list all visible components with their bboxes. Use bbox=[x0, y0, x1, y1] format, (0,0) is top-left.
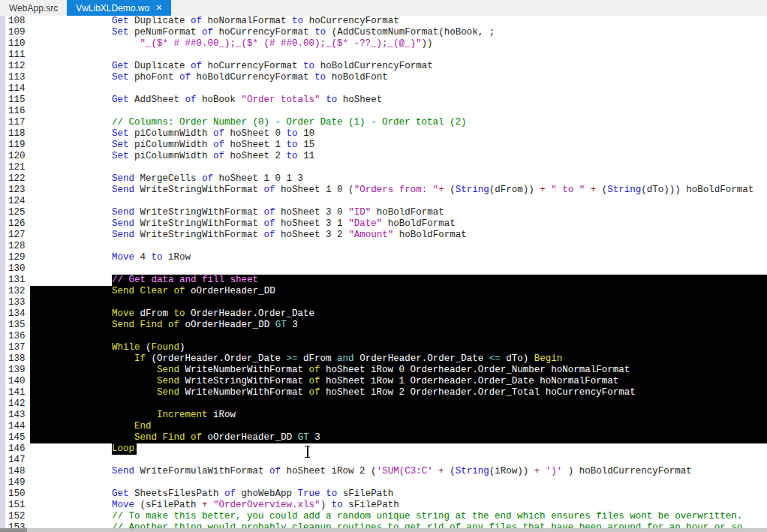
breakpoint-margin[interactable] bbox=[0, 95, 5, 106]
breakpoint-margin[interactable] bbox=[0, 185, 5, 196]
code-text[interactable]: Send WriteStringWithFormat of hoSheet 1 … bbox=[30, 185, 767, 196]
breakpoint-margin[interactable] bbox=[0, 218, 5, 230]
code-text[interactable] bbox=[30, 331, 767, 342]
code-line[interactable]: 120 Set piColumnWidth of hoSheet 2 to 11 bbox=[0, 151, 767, 162]
code-line[interactable]: 146 Loop bbox=[0, 443, 767, 455]
code-line[interactable]: 113 Set phoFont of hoBoldCurrencyFormat … bbox=[0, 72, 767, 83]
code-line[interactable]: 123 Send WriteStringWithFormat of hoShee… bbox=[0, 185, 767, 196]
code-line[interactable]: 126 Send WriteStringWithFormat of hoShee… bbox=[0, 218, 767, 230]
breakpoint-margin[interactable] bbox=[0, 488, 5, 500]
line-number-gutter[interactable]: 133 bbox=[0, 297, 30, 308]
line-number-gutter[interactable]: 139 bbox=[0, 365, 30, 376]
code-line[interactable]: 141 Send WriteNumberWithFormat of hoShee… bbox=[0, 387, 767, 398]
code-line[interactable]: 127 Send WriteStringWithFormat of hoShee… bbox=[0, 230, 767, 241]
line-number-gutter[interactable]: 134 bbox=[0, 308, 30, 320]
line-number-gutter[interactable]: 117 bbox=[0, 117, 30, 128]
breakpoint-margin[interactable] bbox=[0, 455, 5, 466]
line-number-gutter[interactable]: 111 bbox=[0, 50, 30, 61]
code-line[interactable]: 131 // Get data and fill sheet bbox=[0, 275, 767, 286]
line-number-gutter[interactable]: 126 bbox=[0, 218, 30, 230]
code-line[interactable]: 111 bbox=[0, 50, 767, 61]
code-line[interactable]: 122 Send MergeCells of hoSheet 1 0 1 3 bbox=[0, 173, 767, 185]
code-line[interactable]: 140 Send WriteStringWithFormat of hoShee… bbox=[0, 376, 767, 387]
breakpoint-margin[interactable] bbox=[0, 241, 5, 252]
line-number-gutter[interactable]: 112 bbox=[0, 61, 30, 72]
code-text[interactable]: Move 4 to iRow bbox=[30, 252, 767, 263]
code-line[interactable]: 136 bbox=[0, 331, 767, 342]
breakpoint-margin[interactable] bbox=[0, 128, 5, 140]
line-number-gutter[interactable]: 128 bbox=[0, 241, 30, 252]
code-text[interactable]: Send WriteNumberWithFormat of hoSheet iR… bbox=[30, 365, 767, 376]
code-text[interactable]: Get SheetsFilesPath of ghoWebApp True to… bbox=[30, 488, 767, 500]
breakpoint-margin[interactable] bbox=[0, 286, 5, 297]
code-text[interactable]: Get Duplicate of hoNormalFormat to hoCur… bbox=[30, 16, 767, 27]
code-line[interactable]: 148 Send WriteFormulaWithFormat of hoShe… bbox=[0, 466, 767, 477]
code-text[interactable]: Set piColumnWidth of hoSheet 1 to 15 bbox=[30, 140, 767, 151]
code-text[interactable] bbox=[30, 50, 767, 61]
code-line[interactable]: 129 Move 4 to iRow bbox=[0, 252, 767, 263]
tab-webapp-src[interactable]: WebApp.src bbox=[0, 0, 67, 16]
line-number-gutter[interactable]: 141 bbox=[0, 387, 30, 398]
line-number-gutter[interactable]: 123 bbox=[0, 185, 30, 196]
code-text[interactable]: End bbox=[30, 421, 767, 432]
line-number-gutter[interactable]: 151 bbox=[0, 500, 30, 511]
line-number-gutter[interactable]: 129 bbox=[0, 252, 30, 263]
breakpoint-margin[interactable] bbox=[0, 38, 5, 50]
code-line[interactable]: 143 Increment iRow bbox=[0, 410, 767, 421]
breakpoint-margin[interactable] bbox=[0, 230, 5, 241]
code-text[interactable]: Send WriteStringWithFormat of hoSheet 3 … bbox=[30, 230, 767, 241]
code-line[interactable]: 130 bbox=[0, 263, 767, 275]
breakpoint-margin[interactable] bbox=[0, 466, 5, 477]
code-text[interactable]: Send WriteStringWithFormat of hoSheet 3 … bbox=[30, 207, 767, 218]
code-line[interactable]: 112 Get Duplicate of hoCurrencyFormat to… bbox=[0, 61, 767, 72]
code-text[interactable]: Move dFrom to OrderHeader.Order_Date bbox=[30, 308, 767, 320]
breakpoint-margin[interactable] bbox=[0, 61, 5, 72]
code-text[interactable]: Set piColumnWidth of hoSheet 0 to 10 bbox=[30, 128, 767, 140]
code-line[interactable]: 114 bbox=[0, 83, 767, 95]
code-text[interactable] bbox=[30, 263, 767, 275]
line-number-gutter[interactable]: 125 bbox=[0, 207, 30, 218]
breakpoint-margin[interactable] bbox=[0, 432, 5, 443]
code-line[interactable]: 139 Send WriteNumberWithFormat of hoShee… bbox=[0, 365, 767, 376]
line-number-gutter[interactable]: 114 bbox=[0, 83, 30, 95]
breakpoint-margin[interactable] bbox=[0, 275, 5, 286]
breakpoint-margin[interactable] bbox=[0, 263, 5, 275]
breakpoint-margin[interactable] bbox=[0, 443, 5, 455]
code-text[interactable] bbox=[30, 477, 767, 488]
code-line[interactable]: 125 Send WriteStringWithFormat of hoShee… bbox=[0, 207, 767, 218]
code-text[interactable]: Set phoFont of hoBoldCurrencyFormat to h… bbox=[30, 72, 767, 83]
code-line[interactable]: 115 Get AddSheet of hoBook "Order totals… bbox=[0, 95, 767, 106]
breakpoint-margin[interactable] bbox=[0, 353, 5, 365]
code-text[interactable] bbox=[30, 297, 767, 308]
code-line[interactable]: 145 Send Find of oOrderHeader_DD GT 3 bbox=[0, 432, 767, 443]
code-text[interactable]: "_($* # ##0.00_);_($* (# ##0.00);_($* -?… bbox=[30, 38, 767, 50]
scrollbar-left-cap[interactable] bbox=[0, 528, 27, 532]
code-line[interactable]: 108 Get Duplicate of hoNormalFormat to h… bbox=[0, 16, 767, 27]
breakpoint-margin[interactable] bbox=[0, 410, 5, 421]
line-number-gutter[interactable]: 143 bbox=[0, 410, 30, 421]
breakpoint-margin[interactable] bbox=[0, 477, 5, 488]
breakpoint-margin[interactable] bbox=[0, 173, 5, 185]
code-line[interactable]: 152 // To make this better, you could ad… bbox=[0, 511, 767, 522]
code-text[interactable] bbox=[30, 241, 767, 252]
code-line[interactable]: 110 "_($* # ##0.00_);_($* (# ##0.00);_($… bbox=[0, 38, 767, 50]
line-number-gutter[interactable]: 110 bbox=[0, 38, 30, 50]
code-text[interactable]: // To make this better, you could add a … bbox=[30, 511, 767, 522]
line-number-gutter[interactable]: 148 bbox=[0, 466, 30, 477]
line-number-gutter[interactable]: 122 bbox=[0, 173, 30, 185]
code-line[interactable]: 142 bbox=[0, 398, 767, 410]
line-number-gutter[interactable]: 138 bbox=[0, 353, 30, 365]
breakpoint-margin[interactable] bbox=[0, 16, 5, 27]
code-line[interactable]: 119 Set piColumnWidth of hoSheet 1 to 15 bbox=[0, 140, 767, 151]
code-text[interactable]: Set piColumnWidth of hoSheet 2 to 11 bbox=[30, 151, 767, 162]
code-line[interactable]: 135 Send Find of oOrderHeader_DD GT 3 bbox=[0, 320, 767, 331]
breakpoint-margin[interactable] bbox=[0, 511, 5, 522]
code-editor[interactable]: 108 Get Duplicate of hoNormalFormat to h… bbox=[0, 16, 767, 532]
code-text[interactable]: Get AddSheet of hoBook "Order totals" to… bbox=[30, 95, 767, 106]
code-text[interactable]: Send Find of oOrderHeader_DD GT 3 bbox=[30, 320, 767, 331]
code-line[interactable]: 128 bbox=[0, 241, 767, 252]
line-number-gutter[interactable]: 120 bbox=[0, 151, 30, 162]
code-line[interactable]: 124 bbox=[0, 196, 767, 207]
line-number-gutter[interactable]: 119 bbox=[0, 140, 30, 151]
code-text[interactable] bbox=[30, 162, 767, 173]
